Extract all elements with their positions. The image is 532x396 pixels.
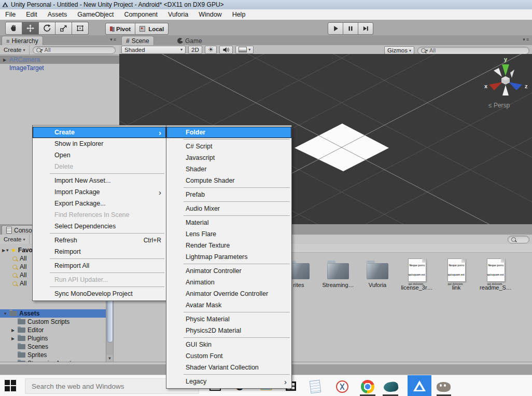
menubar-item[interactable]: Assets [43,9,73,20]
submenu-item[interactable]: Physic Material › [166,313,291,325]
submenu-item[interactable]: Animator Controller › [166,265,291,277]
disclosure-triangle-icon[interactable] [3,311,9,316]
context-menu-item[interactable]: Select Dependencies › [33,221,166,232]
menubar-item[interactable]: Help [227,9,251,20]
start-button[interactable] [5,380,17,392]
notepad-icon[interactable] [310,380,321,393]
shading-mode-dropdown[interactable]: Shaded ▾ [121,46,186,54]
submenu-item[interactable]: GUI Skin › [166,339,291,350]
scrollbar-thumb[interactable] [107,297,113,343]
project-tree-item[interactable]: Scenes [0,343,113,351]
menubar-item[interactable]: Window [193,9,227,20]
hierarchy-item[interactable]: ARCamera [0,56,119,64]
submenu-item[interactable]: C# Script › [166,141,291,152]
project-create-button[interactable]: Create ▾ [0,235,30,244]
submenu-item[interactable]: Render Texture › [166,240,291,251]
scene-lighting-button[interactable]: ☀ [205,46,217,54]
submenu-item[interactable]: › [184,187,290,188]
hand-tool-button[interactable] [5,22,22,35]
menubar-item[interactable]: Edit [21,9,43,20]
project-tree-item[interactable]: Plugins [0,334,113,343]
context-menu-item[interactable]: Show in Explorer › [33,138,166,149]
pause-button[interactable] [343,22,358,35]
step-button[interactable] [358,22,373,35]
context-menu-item[interactable]: Delete › [33,161,166,172]
tab-hierarchy[interactable]: ≡ Hierarchy [2,36,43,45]
submenu-item[interactable]: › [184,374,290,375]
submenu-item[interactable]: Prefab › [166,189,291,200]
project-file-item[interactable]: Streaming… [318,258,358,291]
submenu-item[interactable]: Avatar Mask › [166,299,291,311]
scene-audio-button[interactable] [219,46,233,54]
context-menu-item[interactable]: Open › [33,149,166,161]
tab-scene[interactable]: # Scene [121,36,154,45]
submenu-item[interactable]: › [184,201,290,202]
local-toggle-button[interactable]: Local [135,23,169,35]
project-tree-item[interactable]: Sprites [0,351,113,359]
panel-menu-icon[interactable]: ▾≡ [110,37,117,42]
disclosure-triangle-icon[interactable] [11,336,18,341]
scene-effects-button[interactable]: ▾ [235,46,254,54]
gimp-icon[interactable] [437,382,451,392]
scale-tool-button[interactable] [55,22,72,35]
submenu-item[interactable]: › [184,312,290,312]
panel-menu-icon[interactable]: ▾≡ [523,37,530,42]
hierarchy-create-button[interactable]: Create ▾ [0,45,30,54]
menubar-item[interactable]: File [0,9,21,20]
context-menu-item[interactable]: Refresh Ctrl+R › [33,235,166,246]
submenu-item[interactable]: Shader › [166,163,291,175]
context-menu-item[interactable]: › [50,272,164,273]
disclosure-triangle-icon[interactable] [11,328,18,333]
project-tree-item[interactable]: Assets [0,309,113,318]
submenu-item[interactable]: Physics2D Material › [166,325,291,336]
scrollbar-down-arrow[interactable]: ▼ [106,355,113,362]
orientation-gizmo[interactable] [482,55,529,107]
project-file-item[interactable]: Neque porro quisquam est qui dolorem. re… [476,258,515,291]
hierarchy-search-input[interactable]: ▾ All [33,46,116,54]
context-menu-item[interactable]: › [50,173,164,174]
project-file-item[interactable]: Vuforia [358,258,397,291]
submenu-item[interactable]: Material › [166,217,291,228]
unity-taskbar-button[interactable] [408,375,431,396]
submenu-item[interactable]: › [184,264,290,264]
submenu-item[interactable]: Audio Mixer › [166,203,291,214]
rotate-tool-button[interactable] [39,22,55,35]
project-file-item[interactable]: Neque porro quisquam est qui dolorem. li… [397,258,437,291]
disclosure-triangle-icon[interactable] [3,58,9,62]
disclosure-triangle-icon[interactable]: ▼ [2,248,9,253]
submenu-item[interactable]: Legacy › [166,376,291,387]
context-menu-item[interactable]: › [50,233,164,234]
submenu-item[interactable]: Lens Flare › [166,228,291,240]
snipping-tool-icon[interactable] [336,380,348,393]
context-menu-item[interactable]: Find References In Scene › [33,209,166,221]
pivot-toggle-button[interactable]: Pivot [105,23,135,35]
context-menu-item[interactable]: Reimport All › [33,260,166,271]
context-menu-item[interactable]: Import New Asset... › [33,175,166,186]
context-menu-item[interactable]: Sync MonoDevelop Project › [33,288,166,299]
play-button[interactable] [328,22,343,35]
project-tree-item[interactable]: Editor [0,326,113,334]
hierarchy-item[interactable]: ImageTarget [0,64,119,72]
submenu-item[interactable]: Folder › [166,127,291,138]
scene-search-input[interactable]: ▾ All [417,47,529,54]
submenu-item[interactable]: Javascript › [166,152,291,163]
context-menu-item[interactable]: Create › [33,127,166,138]
submenu-item[interactable]: Shader Variant Collection › [166,362,291,373]
gizmos-dropdown[interactable]: Gizmos ▾ [384,46,414,54]
menubar-item[interactable]: GameObject [72,9,119,20]
menubar-item[interactable]: Component [119,9,163,20]
menubar-item[interactable]: Vuforia [163,9,193,20]
rect-tool-button[interactable] [72,22,89,35]
submenu-item[interactable]: Animation › [166,277,291,288]
tab-game[interactable]: Game [173,36,206,45]
teal-sketch-app-icon[interactable] [383,381,399,393]
submenu-item[interactable]: › [184,139,290,140]
submenu-item[interactable]: › [184,215,290,216]
perspective-toggle[interactable]: ≤ Persp [488,102,510,109]
project-search-input[interactable] [508,236,529,243]
toggle-2d-button[interactable]: 2D [188,46,202,54]
context-menu-item[interactable]: Reimport › [33,246,166,257]
context-menu-item[interactable]: Import Package › [33,186,166,198]
submenu-item[interactable]: › [184,337,290,338]
context-menu-item[interactable]: Run API Updater... › [33,274,166,285]
